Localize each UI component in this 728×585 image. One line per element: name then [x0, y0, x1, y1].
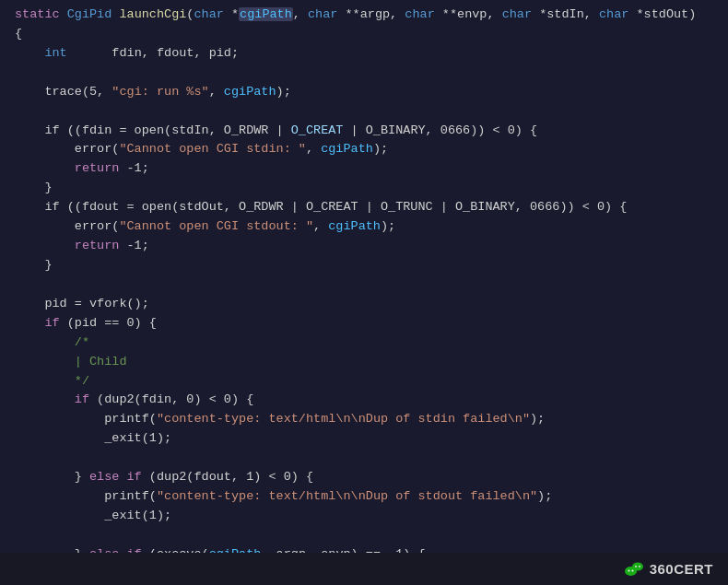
code-line — [0, 526, 728, 545]
token: launchCgi — [119, 7, 186, 21]
token: *stdIn, — [532, 7, 599, 21]
token: if — [44, 316, 59, 330]
code-line: printf("content-type: text/html\n\nDup o… — [0, 487, 728, 507]
token: ); — [373, 142, 388, 156]
token: char — [599, 7, 628, 21]
token: cgiPath — [328, 219, 381, 233]
code-line: /* — [0, 333, 728, 353]
token: char — [194, 7, 223, 21]
token: /* — [75, 335, 89, 349]
code-editor: static CgiPid launchCgi(char *cgiPath, c… — [0, 0, 728, 553]
token: (dup2(fdout, 1) < 0) { — [142, 470, 313, 484]
token: _exit(1); — [15, 431, 171, 445]
code-line: error("Cannot open CGI stdout: ", cgiPat… — [0, 217, 728, 237]
line-content: } — [15, 256, 53, 275]
token: } — [15, 547, 89, 553]
code-line: int fdin, fdout, pid; — [0, 44, 728, 64]
token — [15, 392, 75, 406]
code-line: } — [0, 179, 728, 198]
token: , — [293, 7, 308, 21]
brand-area: 360CERT — [624, 558, 713, 579]
token — [15, 239, 75, 252]
line-content: if ((fdout = open(stdOut, O_RDWR | O_CRE… — [15, 198, 627, 217]
code-line — [0, 102, 728, 122]
token: } — [15, 181, 53, 194]
svg-point-3 — [632, 562, 643, 570]
code-line: _exit(1); — [0, 429, 728, 449]
line-content: if ((fdin = open(stdIn, O_RDWR | O_CREAT… — [15, 122, 537, 141]
token: cgiPath — [321, 142, 373, 156]
token: return — [75, 239, 120, 252]
token: if ((fdout = open(stdOut, O_RDWR | O_CRE… — [15, 200, 627, 214]
line-content: */ — [15, 372, 89, 392]
code-line: printf("content-type: text/html\n\nDup o… — [0, 410, 728, 429]
token: , — [306, 142, 321, 156]
code-line: if (dup2(fdin, 0) < 0) { — [0, 391, 728, 410]
token: ); — [530, 412, 545, 426]
line-content: /* — [15, 333, 89, 353]
token: if ((fdin = open(stdIn, O_RDWR | — [15, 123, 291, 137]
token: "content-type: text/html\n\nDup of stdou… — [157, 489, 537, 503]
line-content: return -1; — [15, 159, 149, 179]
token: cgiPath — [239, 7, 293, 21]
token: (pid == 0) { — [60, 316, 157, 330]
line-content: printf("content-type: text/html\n\nDup o… — [15, 410, 545, 429]
token — [15, 374, 75, 388]
footer-bar: 360CERT — [0, 553, 728, 585]
token: ); — [537, 489, 552, 503]
line-content: } else if (dup2(fdout, 1) < 0) { — [15, 468, 313, 487]
token: int — [44, 46, 66, 60]
token: (dup2(fdin, 0) < 0) { — [89, 392, 253, 406]
token: cgiPath — [224, 85, 276, 99]
token: error( — [15, 142, 119, 156]
code-line: pid = vfork(); — [0, 295, 728, 314]
code-line: error("Cannot open CGI stdin: ", cgiPath… — [0, 140, 728, 159]
token: else if — [89, 547, 142, 553]
line-content: if (pid == 0) { — [15, 314, 157, 333]
token — [15, 46, 44, 60]
token: return — [75, 161, 120, 175]
svg-point-4 — [635, 565, 637, 567]
code-line: return -1; — [0, 237, 728, 256]
token: char — [405, 7, 434, 21]
brand-text: 360CERT — [650, 558, 713, 579]
line-content: } else if (execve(cgiPath, argp, envp) =… — [15, 545, 426, 553]
token: cgiPath — [209, 547, 262, 553]
token: } — [15, 258, 53, 272]
token — [15, 161, 75, 175]
wechat-icon — [624, 559, 644, 579]
code-line: | Child — [0, 353, 728, 372]
token: **envp, — [435, 7, 502, 21]
code-line — [0, 64, 728, 83]
token: ); — [276, 85, 291, 99]
token: -1; — [119, 161, 148, 175]
line-content: error("Cannot open CGI stdin: ", cgiPath… — [15, 140, 388, 159]
line-content: if (dup2(fdin, 0) < 0) { — [15, 391, 253, 410]
token: printf( — [15, 412, 157, 426]
line-content: error("Cannot open CGI stdout: ", cgiPat… — [15, 217, 395, 237]
token: fdin, fdout, pid; — [67, 46, 239, 60]
line-content: _exit(1); — [15, 507, 171, 526]
line-content: _exit(1); — [15, 429, 171, 449]
token: pid = vfork(); — [15, 297, 149, 310]
code-line: if (pid == 0) { — [0, 314, 728, 333]
token: "content-type: text/html\n\nDup of stdin… — [157, 412, 530, 426]
line-content: static CgiPid launchCgi(char *cgiPath, c… — [15, 6, 696, 25]
token: } — [15, 470, 89, 484]
code-line — [0, 449, 728, 468]
token: printf( — [15, 489, 157, 503]
token: O_CREAT — [291, 123, 344, 137]
line-content: | Child — [15, 353, 127, 372]
code-line: trace(5, "cgi: run %s", cgiPath); — [0, 83, 728, 102]
code-line: if ((fdout = open(stdOut, O_RDWR | O_CRE… — [0, 198, 728, 217]
token: "Cannot open CGI stdin: " — [119, 142, 306, 156]
token: else if — [89, 470, 142, 484]
code-line: */ — [0, 372, 728, 392]
svg-point-1 — [628, 569, 629, 571]
token: */ — [75, 374, 89, 388]
token — [15, 355, 75, 369]
line-content: } — [15, 179, 53, 198]
token: static — [15, 7, 67, 21]
token: "Cannot open CGI stdout: " — [119, 219, 313, 233]
code-line: _exit(1); — [0, 507, 728, 526]
